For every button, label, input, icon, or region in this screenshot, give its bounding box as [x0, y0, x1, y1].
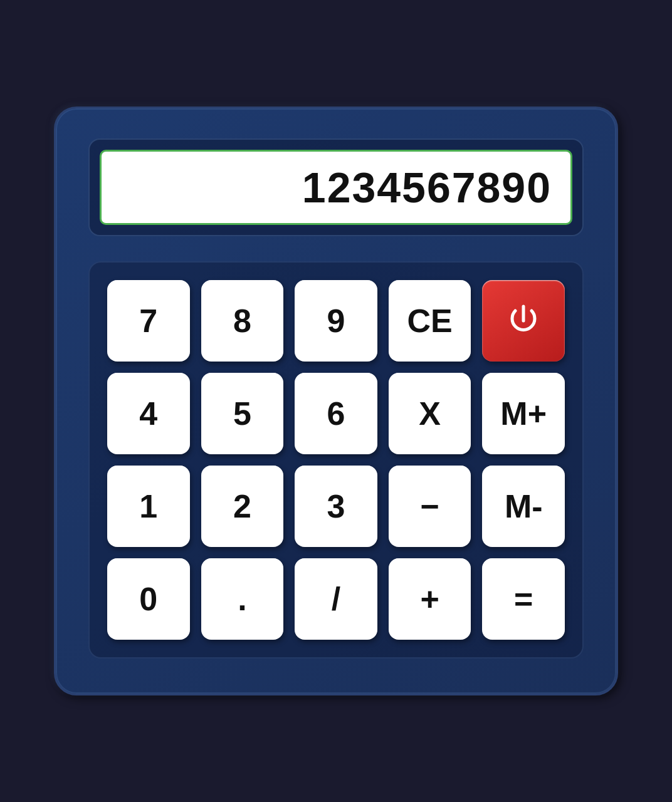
- btn-power[interactable]: [482, 280, 565, 362]
- btn-ce[interactable]: CE: [389, 280, 471, 362]
- btn-9[interactable]: 9: [295, 280, 377, 362]
- btn-7[interactable]: 7: [107, 280, 190, 362]
- btn-mplus[interactable]: M+: [482, 373, 565, 454]
- btn-subtract[interactable]: −: [389, 466, 471, 547]
- btn-divide[interactable]: /: [295, 558, 377, 640]
- btn-2[interactable]: 2: [201, 466, 284, 547]
- display-value: 1234567890: [302, 163, 552, 212]
- display-screen: 1234567890: [100, 150, 572, 225]
- btn-multiply[interactable]: X: [389, 373, 471, 454]
- btn-mminus[interactable]: M-: [482, 466, 565, 547]
- display-container: 1234567890: [88, 138, 584, 236]
- btn-add[interactable]: +: [389, 558, 471, 640]
- keypad: 7 8 9 CE 4 5: [107, 280, 565, 640]
- btn-1[interactable]: 1: [107, 466, 190, 547]
- btn-equals[interactable]: =: [482, 558, 565, 640]
- calculator: 1234567890 7 8 9 CE: [54, 107, 618, 695]
- btn-0[interactable]: 0: [107, 558, 190, 640]
- btn-8[interactable]: 8: [201, 280, 284, 362]
- btn-4[interactable]: 4: [107, 373, 190, 454]
- btn-6[interactable]: 6: [295, 373, 377, 454]
- power-icon: [504, 301, 543, 340]
- keypad-container: 7 8 9 CE 4 5: [88, 261, 584, 659]
- btn-decimal[interactable]: .: [201, 558, 284, 640]
- btn-3[interactable]: 3: [295, 466, 377, 547]
- btn-5[interactable]: 5: [201, 373, 284, 454]
